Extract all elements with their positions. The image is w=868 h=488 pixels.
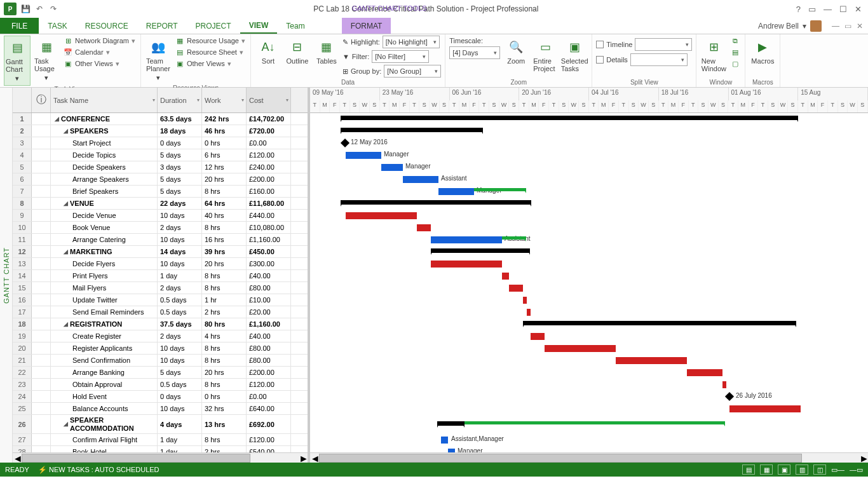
- gantt-bar[interactable]: [431, 261, 502, 268]
- gantt-bar[interactable]: [509, 285, 523, 292]
- close-icon[interactable]: ✕: [855, 4, 862, 14]
- gantt-chart-button[interactable]: ▤Gantt Chart▾: [4, 36, 31, 86]
- highlight-combo[interactable]: [No Highlight]▾: [383, 36, 440, 48]
- cost-cell[interactable]: £120.00: [247, 434, 291, 445]
- indicator-cell[interactable]: [32, 330, 51, 342]
- view-side-label[interactable]: GANTT CHART: [0, 88, 13, 463]
- row-header[interactable]: 5: [13, 161, 32, 173]
- sheet-hscroll[interactable]: ◄►: [13, 452, 308, 463]
- cost-cell[interactable]: £640.00: [247, 403, 291, 414]
- indicator-cell[interactable]: [32, 246, 51, 257]
- timescale-combo[interactable]: [4] Days▾: [449, 46, 500, 59]
- row-header[interactable]: 16: [13, 294, 32, 306]
- details-combo[interactable]: ▾: [630, 53, 688, 66]
- task-name-cell[interactable]: Mail Flyers: [51, 282, 158, 294]
- indicator-column[interactable]: ⓘ: [32, 88, 51, 112]
- indicator-cell[interactable]: [32, 210, 51, 221]
- task-usage-button[interactable]: ▦Task Usage▾: [33, 36, 60, 85]
- work-cell[interactable]: 0 hrs: [202, 137, 247, 149]
- tab-file[interactable]: FILE: [0, 18, 39, 34]
- filter-combo[interactable]: [No Filter]▾: [372, 50, 429, 63]
- indicator-cell[interactable]: [32, 391, 51, 402]
- gantt-bar[interactable]: [527, 309, 531, 316]
- row-header[interactable]: 28: [13, 446, 32, 452]
- duration-cell[interactable]: 4 days: [158, 415, 202, 433]
- sort-button[interactable]: A↓Sort: [255, 36, 281, 67]
- duration-cell[interactable]: 2 days: [158, 330, 202, 342]
- gantt-bar[interactable]: [346, 212, 417, 219]
- table-row[interactable]: 5Decide Speakers3 days12 hrs£240.00: [13, 161, 308, 173]
- tab-view[interactable]: VIEW: [240, 18, 278, 34]
- table-row[interactable]: 22Arrange Banking5 days20 hrs£200.00: [13, 367, 308, 379]
- duration-cell[interactable]: 10 days: [158, 403, 202, 414]
- row-header[interactable]: 11: [13, 234, 32, 245]
- table-row[interactable]: 13Decide Flyers10 days20 hrs£300.00: [13, 258, 308, 270]
- row-header[interactable]: 20: [13, 342, 32, 354]
- task-name-cell[interactable]: Update Twitter: [51, 294, 158, 306]
- cost-cell[interactable]: £10.00: [247, 294, 291, 306]
- resource-sheet-button[interactable]: ▤Resource Sheet▾: [174, 47, 247, 57]
- zoom-in-icon[interactable]: —▭: [850, 466, 863, 474]
- calendar-button[interactable]: 📅Calendar▾: [62, 47, 137, 57]
- arrange-all-button[interactable]: ▤: [729, 47, 741, 57]
- task-name-cell[interactable]: Print Flyers: [51, 270, 158, 281]
- task-name-cell[interactable]: Decide Flyers: [51, 258, 158, 269]
- table-row[interactable]: 26◢SPEAKERACCOMMODATION4 days13 hrs£692.…: [13, 415, 308, 434]
- work-cell[interactable]: 8 hrs: [202, 342, 247, 354]
- gantt-bar[interactable]: [431, 236, 502, 243]
- gantt-bar[interactable]: [437, 421, 465, 426]
- duration-cell[interactable]: 5 days: [158, 186, 202, 197]
- cost-cell[interactable]: £120.00: [247, 379, 291, 390]
- cost-cell[interactable]: £10,080.00: [247, 222, 291, 233]
- table-row[interactable]: 28Book Hotel1 day2 hrs£540.00: [13, 446, 308, 452]
- row-header[interactable]: 13: [13, 258, 32, 269]
- table-row[interactable]: 23Obtain Approval0.5 days8 hrs£120.00: [13, 379, 308, 391]
- duration-cell[interactable]: 5 days: [158, 149, 202, 161]
- work-cell[interactable]: 8 hrs: [202, 282, 247, 294]
- gantt-bar[interactable]: [523, 297, 527, 304]
- cost-cell[interactable]: £14,702.00: [247, 113, 291, 125]
- table-row[interactable]: 1◢CONFERENCE63.5 days242 hrs£14,702.00: [13, 113, 308, 125]
- table-row[interactable]: 11Arrange Catering10 days16 hrs£1,160.00: [13, 234, 308, 246]
- indicator-cell[interactable]: [32, 282, 51, 294]
- duration-cell[interactable]: 1 day: [158, 270, 202, 281]
- cost-cell[interactable]: £11,680.00: [247, 198, 291, 209]
- work-cell[interactable]: 1 hr: [202, 294, 247, 306]
- mdi-close-icon[interactable]: ✕: [857, 22, 863, 30]
- view-report-icon[interactable]: ◫: [813, 464, 826, 475]
- cost-cell[interactable]: £450.00: [247, 246, 291, 257]
- maximize-icon[interactable]: ☐: [839, 4, 847, 14]
- table-row[interactable]: 4Decide Topics5 days6 hrs£120.00: [13, 149, 308, 161]
- indicator-cell[interactable]: [32, 306, 51, 318]
- work-cell[interactable]: 80 hrs: [202, 318, 247, 330]
- table-row[interactable]: 8◢VENUE22 days64 hrs£11,680.00: [13, 198, 308, 210]
- tab-report[interactable]: REPORT: [137, 18, 187, 34]
- gantt-bar[interactable]: [441, 437, 448, 444]
- duration-cell[interactable]: 10 days: [158, 342, 202, 354]
- gantt-bar[interactable]: [502, 273, 509, 280]
- indicator-cell[interactable]: [32, 318, 51, 330]
- gantt-bar[interactable]: [722, 381, 726, 388]
- group-combo[interactable]: [No Group]▾: [384, 65, 441, 78]
- indicator-cell[interactable]: [32, 137, 51, 149]
- gantt-bar[interactable]: [341, 116, 798, 120]
- table-row[interactable]: 20Register Applicants10 days8 hrs£80.00: [13, 342, 308, 355]
- table-row[interactable]: 27Confirm Arrival Flight1 day8 hrs£120.0…: [13, 434, 308, 446]
- row-header[interactable]: 1: [13, 113, 32, 125]
- tables-button[interactable]: ▦Tables: [313, 36, 340, 67]
- indicator-cell[interactable]: [32, 186, 51, 197]
- task-name-cell[interactable]: Start Project: [51, 137, 158, 149]
- gantt-bar[interactable]: [687, 369, 722, 376]
- zoom-button[interactable]: 🔍Zoom: [503, 36, 529, 67]
- col-cost[interactable]: Cost▾: [247, 88, 291, 112]
- task-name-cell[interactable]: Confirm Arrival Flight: [51, 434, 158, 445]
- work-cell[interactable]: 0 hrs: [202, 391, 247, 402]
- indicator-cell[interactable]: [32, 446, 51, 452]
- network-diagram-button[interactable]: ⊞Network Diagram▾: [62, 36, 137, 46]
- tab-resource[interactable]: RESOURCE: [76, 18, 137, 34]
- indicator-cell[interactable]: [32, 415, 51, 433]
- indicator-cell[interactable]: [32, 342, 51, 354]
- gantt-bar[interactable]: [531, 333, 545, 340]
- indicator-cell[interactable]: [32, 173, 51, 185]
- details-checkbox[interactable]: [596, 56, 604, 64]
